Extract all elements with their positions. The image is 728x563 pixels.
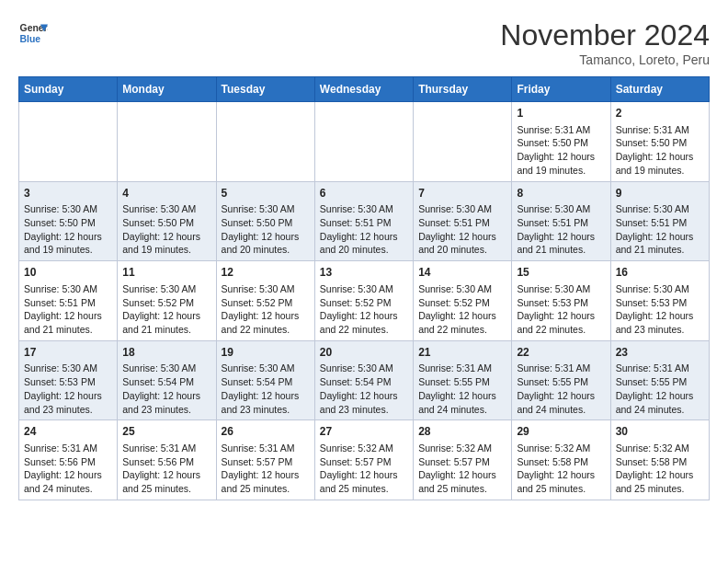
day-info: Sunset: 5:51 PM — [320, 216, 408, 230]
logo-icon: General Blue — [18, 18, 48, 48]
calendar-cell: 17Sunrise: 5:30 AMSunset: 5:53 PMDayligh… — [19, 340, 118, 420]
day-number: 24 — [24, 424, 112, 440]
day-info: Sunrise: 5:31 AM — [24, 442, 112, 455]
day-info: Sunrise: 5:31 AM — [222, 442, 310, 455]
calendar-cell: 4Sunrise: 5:30 AMSunset: 5:50 PMDaylight… — [118, 181, 216, 261]
calendar-cell: 2Sunrise: 5:31 AMSunset: 5:50 PMDaylight… — [610, 102, 709, 182]
day-info: Sunset: 5:52 PM — [418, 296, 506, 310]
day-info: Daylight: 12 hours and 25 minutes. — [320, 468, 408, 495]
day-info: Sunset: 5:58 PM — [517, 455, 605, 469]
day-info: Sunrise: 5:30 AM — [24, 202, 112, 216]
calendar-cell: 15Sunrise: 5:30 AMSunset: 5:53 PMDayligh… — [512, 261, 610, 341]
calendar-cell: 19Sunrise: 5:30 AMSunset: 5:54 PMDayligh… — [216, 340, 314, 420]
day-info: Daylight: 12 hours and 23 minutes. — [616, 309, 704, 336]
day-info: Daylight: 12 hours and 22 minutes. — [418, 309, 506, 336]
day-number: 12 — [222, 265, 310, 281]
svg-text:Blue: Blue — [20, 34, 41, 44]
calendar-cell: 16Sunrise: 5:30 AMSunset: 5:53 PMDayligh… — [610, 261, 709, 341]
calendar-cell: 11Sunrise: 5:30 AMSunset: 5:52 PMDayligh… — [118, 261, 216, 341]
day-info: Sunset: 5:55 PM — [418, 375, 506, 389]
day-info: Sunset: 5:54 PM — [222, 375, 310, 389]
weekday-header-friday: Friday — [512, 77, 610, 102]
calendar-cell: 1Sunrise: 5:31 AMSunset: 5:50 PMDaylight… — [512, 102, 610, 182]
day-info: Daylight: 12 hours and 23 minutes. — [24, 389, 112, 416]
day-number: 10 — [24, 265, 112, 281]
day-info: Sunset: 5:53 PM — [517, 296, 605, 310]
calendar-cell: 3Sunrise: 5:30 AMSunset: 5:50 PMDaylight… — [19, 181, 118, 261]
calendar-cell: 18Sunrise: 5:30 AMSunset: 5:54 PMDayligh… — [118, 340, 216, 420]
day-info: Daylight: 12 hours and 24 minutes. — [418, 389, 506, 416]
calendar-cell: 26Sunrise: 5:31 AMSunset: 5:57 PMDayligh… — [216, 420, 314, 500]
day-info: Daylight: 12 hours and 25 minutes. — [222, 468, 310, 495]
day-info: Sunset: 5:50 PM — [222, 216, 310, 230]
day-info: Sunset: 5:52 PM — [222, 296, 310, 310]
day-info: Sunset: 5:54 PM — [122, 375, 210, 389]
calendar-cell: 9Sunrise: 5:30 AMSunset: 5:51 PMDaylight… — [610, 181, 709, 261]
day-number: 21 — [418, 345, 506, 361]
day-info: Sunrise: 5:31 AM — [418, 362, 506, 375]
day-info: Sunset: 5:53 PM — [616, 296, 704, 310]
day-info: Sunset: 5:52 PM — [320, 296, 408, 310]
weekday-header-thursday: Thursday — [414, 77, 512, 102]
day-info: Sunset: 5:54 PM — [320, 375, 408, 389]
day-info: Sunset: 5:56 PM — [24, 455, 112, 469]
day-info: Sunrise: 5:30 AM — [418, 202, 506, 216]
weekday-header-tuesday: Tuesday — [216, 77, 314, 102]
day-info: Sunrise: 5:31 AM — [616, 123, 704, 137]
day-info: Sunrise: 5:30 AM — [418, 282, 506, 296]
day-info: Sunrise: 5:30 AM — [222, 362, 310, 375]
calendar-cell: 30Sunrise: 5:32 AMSunset: 5:58 PMDayligh… — [610, 420, 709, 500]
day-info: Sunrise: 5:31 AM — [122, 442, 210, 455]
day-info: Sunrise: 5:30 AM — [122, 282, 210, 296]
day-number: 28 — [418, 424, 506, 440]
day-info: Sunrise: 5:30 AM — [122, 202, 210, 216]
calendar-cell: 6Sunrise: 5:30 AMSunset: 5:51 PMDaylight… — [314, 181, 413, 261]
calendar-cell: 27Sunrise: 5:32 AMSunset: 5:57 PMDayligh… — [314, 420, 413, 500]
day-info: Sunset: 5:55 PM — [517, 375, 605, 389]
day-info: Sunset: 5:55 PM — [616, 375, 704, 389]
day-number: 14 — [418, 265, 506, 281]
calendar-cell: 8Sunrise: 5:30 AMSunset: 5:51 PMDaylight… — [512, 181, 610, 261]
day-info: Sunrise: 5:32 AM — [517, 442, 605, 455]
day-info: Daylight: 12 hours and 22 minutes. — [320, 309, 408, 336]
calendar-cell — [216, 102, 314, 182]
calendar-cell: 10Sunrise: 5:30 AMSunset: 5:51 PMDayligh… — [19, 261, 118, 341]
day-info: Sunset: 5:58 PM — [616, 455, 704, 469]
calendar-table: SundayMondayTuesdayWednesdayThursdayFrid… — [18, 76, 710, 500]
day-info: Sunset: 5:51 PM — [616, 216, 704, 230]
day-number: 18 — [122, 345, 210, 361]
calendar-cell: 23Sunrise: 5:31 AMSunset: 5:55 PMDayligh… — [610, 340, 709, 420]
day-info: Sunrise: 5:31 AM — [517, 123, 605, 137]
day-number: 30 — [616, 424, 704, 440]
day-info: Daylight: 12 hours and 19 minutes. — [24, 230, 112, 257]
calendar-subtitle: Tamanco, Loreto, Peru — [500, 52, 710, 67]
day-number: 26 — [222, 424, 310, 440]
day-info: Daylight: 12 hours and 21 minutes. — [122, 309, 210, 336]
day-info: Sunset: 5:51 PM — [517, 216, 605, 230]
day-info: Daylight: 12 hours and 25 minutes. — [418, 468, 506, 495]
calendar-cell: 13Sunrise: 5:30 AMSunset: 5:52 PMDayligh… — [314, 261, 413, 341]
day-info: Daylight: 12 hours and 22 minutes. — [517, 309, 605, 336]
day-number: 22 — [517, 345, 605, 361]
calendar-cell: 28Sunrise: 5:32 AMSunset: 5:57 PMDayligh… — [414, 420, 512, 500]
day-info: Sunrise: 5:30 AM — [616, 202, 704, 216]
day-number: 5 — [222, 186, 310, 201]
day-info: Sunrise: 5:32 AM — [418, 442, 506, 455]
calendar-cell: 29Sunrise: 5:32 AMSunset: 5:58 PMDayligh… — [512, 420, 610, 500]
day-info: Daylight: 12 hours and 21 minutes. — [24, 309, 112, 336]
day-number: 15 — [517, 265, 605, 281]
calendar-cell: 14Sunrise: 5:30 AMSunset: 5:52 PMDayligh… — [414, 261, 512, 341]
day-info: Sunset: 5:50 PM — [616, 136, 704, 150]
day-info: Sunrise: 5:31 AM — [616, 362, 704, 375]
calendar-week-2: 3Sunrise: 5:30 AMSunset: 5:50 PMDaylight… — [19, 181, 710, 261]
calendar-cell: 5Sunrise: 5:30 AMSunset: 5:50 PMDaylight… — [216, 181, 314, 261]
day-info: Sunrise: 5:32 AM — [616, 442, 704, 455]
calendar-cell — [414, 102, 512, 182]
calendar-cell — [118, 102, 216, 182]
day-info: Daylight: 12 hours and 21 minutes. — [616, 230, 704, 257]
calendar-cell: 21Sunrise: 5:31 AMSunset: 5:55 PMDayligh… — [414, 340, 512, 420]
day-info: Daylight: 12 hours and 23 minutes. — [222, 389, 310, 416]
day-info: Daylight: 12 hours and 20 minutes. — [320, 230, 408, 257]
day-info: Sunset: 5:51 PM — [24, 296, 112, 310]
day-info: Daylight: 12 hours and 19 minutes. — [616, 150, 704, 177]
